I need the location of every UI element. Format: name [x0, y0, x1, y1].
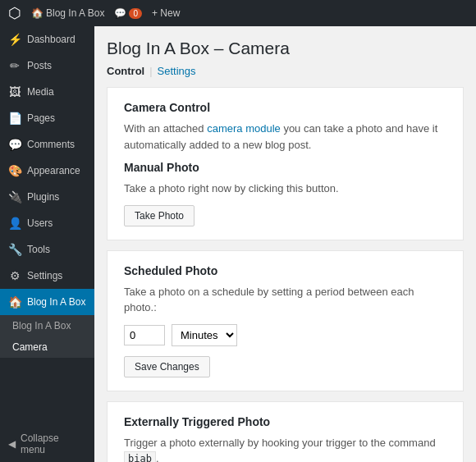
scheduled-photo-title: Scheduled Photo [124, 264, 446, 277]
sidebar-item-dashboard[interactable]: ⚡ Dashboard [0, 26, 94, 53]
externally-triggered-text: Trigger a photo externally by hooking yo… [124, 435, 446, 463]
sidebar-subitem-blog-in-a-box[interactable]: Blog In A Box [0, 315, 94, 336]
posts-icon: ✏ [8, 59, 21, 72]
sidebar-item-tools[interactable]: 🔧 Tools [0, 236, 94, 263]
settings-icon: ⚙ [8, 269, 21, 282]
collapse-icon: ◀ [8, 438, 16, 450]
externally-triggered-card: Externally Triggered Photo Trigger a pho… [107, 401, 464, 463]
sidebar-item-plugins[interactable]: 🔌 Plugins [0, 184, 94, 210]
sidebar-item-blog-in-a-box[interactable]: 🏠 Blog In A Box [0, 289, 94, 315]
sidebar-label-blog-in-a-box: Blog In A Box [27, 296, 85, 308]
schedule-field-row: Minutes Hours Days [124, 324, 446, 346]
sidebar-label-appearance: Appearance [27, 165, 80, 176]
take-photo-button[interactable]: Take Photo [124, 205, 195, 226]
sidebar-label-dashboard: Dashboard [27, 34, 76, 45]
sidebar-label-tools: Tools [27, 244, 50, 255]
collapse-label: Collapse menu [21, 432, 86, 455]
plugins-icon: 🔌 [8, 190, 21, 204]
main-content: Blog In A Box – Camera Control | Setting… [94, 26, 476, 462]
comment-icon: 💬 [114, 7, 126, 19]
ext-text-before: Trigger a photo externally by hooking yo… [124, 437, 436, 449]
collapse-menu-button[interactable]: ◀ Collapse menu [0, 426, 94, 462]
home-icon: 🏠 [31, 7, 43, 19]
sidebar-item-media[interactable]: 🖼 Media [0, 79, 94, 105]
camera-module-link[interactable]: camera module [207, 122, 281, 135]
sidebar: ⚡ Dashboard ✏ Posts 🖼 Media 📄 Pages 💬 Co… [0, 26, 94, 462]
appearance-icon: 🎨 [8, 164, 21, 177]
tab-separator: | [149, 65, 152, 77]
sidebar-item-posts[interactable]: ✏ Posts [0, 53, 94, 79]
sidebar-label-settings: Settings [27, 270, 62, 281]
blog-in-a-box-icon: 🏠 [8, 295, 21, 309]
users-icon: 👤 [8, 217, 21, 230]
schedule-number-input[interactable] [124, 325, 165, 345]
sidebar-label-pages: Pages [27, 112, 55, 124]
camera-control-title: Camera Control [124, 101, 446, 114]
externally-triggered-title: Externally Triggered Photo [124, 415, 446, 428]
tools-icon: 🔧 [8, 243, 21, 256]
sidebar-label-media: Media [27, 86, 54, 98]
sidebar-label-plugins: Plugins [27, 191, 59, 203]
sidebar-item-users[interactable]: 👤 Users [0, 210, 94, 236]
schedule-unit-select[interactable]: Minutes Hours Days [172, 324, 237, 346]
save-changes-button[interactable]: Save Changes [124, 356, 210, 377]
ext-text-after: . [156, 452, 159, 462]
tab-bar: Control | Settings [107, 65, 464, 77]
new-item-button[interactable]: + New [152, 7, 180, 19]
tab-settings[interactable]: Settings [158, 65, 196, 77]
topbar: ⬡ 🏠 Blog In A Box 💬 0 + New [0, 0, 476, 26]
sidebar-label-posts: Posts [27, 60, 52, 71]
sidebar-label-comments: Comments [27, 139, 75, 150]
comments-topbar[interactable]: 💬 0 [114, 7, 142, 19]
pages-icon: 📄 [8, 112, 21, 125]
sidebar-item-appearance[interactable]: 🎨 Appearance [0, 158, 94, 184]
comments-icon: 💬 [8, 138, 21, 151]
media-icon: 🖼 [8, 85, 21, 98]
manual-photo-title: Manual Photo [124, 161, 446, 174]
scheduled-photo-description: Take a photo on a schedule by setting a … [124, 284, 446, 316]
sidebar-item-pages[interactable]: 📄 Pages [0, 105, 94, 131]
sidebar-item-comments[interactable]: 💬 Comments [0, 131, 94, 158]
sidebar-sublabel-camera: Camera [12, 341, 48, 353]
site-name: Blog In A Box [46, 7, 104, 19]
sidebar-label-users: Users [27, 217, 53, 229]
camera-control-card: Camera Control With an attached camera m… [107, 87, 464, 240]
dashboard-icon: ⚡ [8, 33, 21, 46]
camera-control-text-before: With an attached [124, 122, 207, 135]
sidebar-sublabel-blog-in-a-box: Blog In A Box [12, 320, 71, 332]
biab-code-inline: biab [124, 451, 156, 462]
comment-count: 0 [129, 8, 142, 19]
sidebar-submenu: Blog In A Box Camera [0, 315, 94, 358]
page-title: Blog In A Box – Camera [107, 39, 464, 58]
camera-control-text: With an attached camera module you can t… [124, 121, 446, 153]
tab-control[interactable]: Control [107, 65, 144, 77]
wp-logo-icon[interactable]: ⬡ [8, 4, 21, 22]
site-link[interactable]: 🏠 Blog In A Box [31, 7, 104, 19]
sidebar-subitem-camera[interactable]: Camera [0, 336, 94, 358]
manual-photo-description: Take a photo right now by clicking this … [124, 181, 446, 197]
sidebar-item-settings[interactable]: ⚙ Settings [0, 263, 94, 289]
scheduled-photo-card: Scheduled Photo Take a photo on a schedu… [107, 250, 464, 391]
